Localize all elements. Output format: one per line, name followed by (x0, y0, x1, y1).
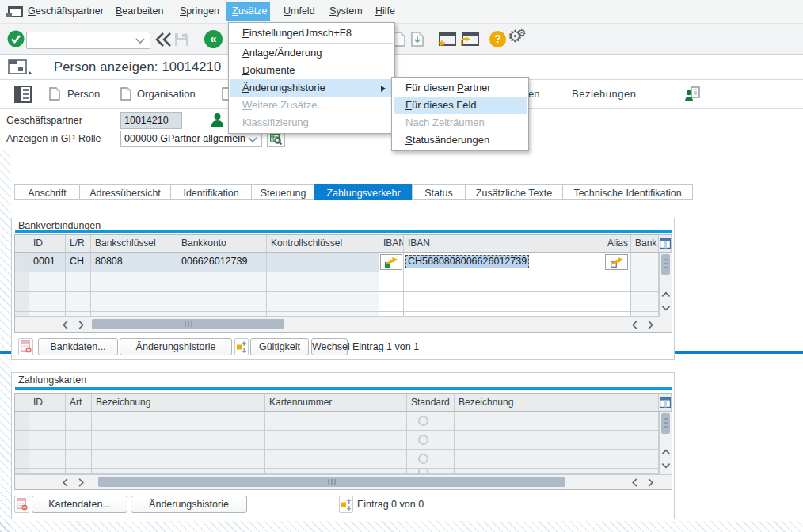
table-cell[interactable] (66, 431, 92, 450)
table-cell[interactable] (66, 450, 92, 469)
row-selector[interactable] (15, 292, 29, 312)
table-cell[interactable]: CH (66, 253, 91, 272)
table-cell[interactable] (631, 253, 659, 272)
column-header[interactable]: L/R (66, 235, 91, 253)
tab-zus-tzliche-texte[interactable]: Zusätzliche Texte (465, 184, 562, 200)
position-button[interactable] (339, 496, 353, 513)
column-header[interactable]: ID (29, 394, 66, 412)
table-cell[interactable] (407, 431, 455, 450)
menu-item-nderungshistorie[interactable]: Änderungshistorie (230, 79, 393, 97)
submenu-item-statusnderungen[interactable]: Statusänderungen (394, 131, 527, 149)
table-cell[interactable] (92, 412, 265, 431)
table-cell[interactable] (265, 450, 407, 469)
menu-system[interactable]: System (329, 0, 363, 23)
table-cell[interactable]: 80808 (91, 253, 177, 272)
table-cell[interactable]: CH5680808006626012739 (404, 253, 603, 272)
table-cell[interactable] (29, 431, 66, 450)
scroll-right-arrow[interactable] (76, 477, 87, 488)
chevron-down-icon[interactable] (135, 38, 145, 44)
table-cell[interactable] (379, 292, 404, 312)
column-header[interactable]: Bankschlüssel (91, 235, 177, 253)
table-cell[interactable] (265, 412, 407, 431)
standard-radio[interactable] (418, 469, 428, 474)
partner-field[interactable]: 10014210 (120, 112, 182, 129)
horizontal-scrollbar-thumb[interactable] (92, 319, 284, 329)
standard-radio[interactable] (418, 416, 428, 426)
table-cell[interactable] (404, 292, 603, 312)
table-cell[interactable] (379, 272, 404, 292)
menu-item-anlagenderung[interactable]: Anlage/Änderung (230, 44, 393, 62)
table-cell[interactable] (177, 272, 267, 292)
table-cell[interactable] (92, 431, 265, 450)
table-cell[interactable] (404, 272, 603, 292)
scroll-left-arrow[interactable] (61, 477, 72, 488)
scroll-left-arrow[interactable] (630, 319, 641, 330)
menu-springen[interactable]: Springen (180, 0, 219, 23)
session-icon[interactable] (6, 6, 24, 18)
table-cell[interactable] (91, 292, 177, 312)
table-cell[interactable] (66, 412, 92, 431)
position-button[interactable] (234, 338, 249, 355)
services-for-object-icon[interactable] (8, 59, 33, 75)
vertical-scrollbar[interactable] (659, 412, 672, 474)
row-selector[interactable] (15, 412, 29, 431)
scroll-right-arrow[interactable] (645, 319, 656, 330)
table-cell[interactable] (29, 412, 66, 431)
table-cell[interactable]: 0001 (29, 253, 66, 272)
standard-radio[interactable] (418, 454, 428, 464)
table-cell[interactable] (455, 469, 659, 474)
command-field[interactable] (26, 32, 150, 49)
delete-row-button[interactable] (18, 338, 33, 355)
download-icon[interactable] (411, 32, 424, 47)
table-cell[interactable] (91, 272, 177, 292)
tab-steuerung[interactable]: Steuerung (251, 184, 314, 200)
column-header[interactable]: IBAN (404, 235, 603, 253)
table-cell[interactable] (631, 292, 659, 312)
row-selector[interactable] (15, 431, 29, 450)
column-header[interactable] (15, 235, 29, 253)
table-settings-icon[interactable] (660, 238, 671, 249)
menu-item-einstellungen[interactable]: EinstellungenUmsch+F8 (230, 25, 393, 42)
table-cell[interactable] (407, 412, 455, 431)
row-selector[interactable] (15, 450, 29, 469)
table-cell[interactable] (603, 253, 631, 272)
table-cell[interactable] (407, 469, 455, 474)
table-cell[interactable] (29, 469, 66, 474)
tab-technische-identifikation[interactable]: Technische Identifikation (562, 184, 693, 200)
table-cell[interactable] (29, 450, 66, 469)
change-button[interactable]: Wechsel (311, 338, 348, 355)
exit-icon[interactable]: « (204, 30, 223, 48)
column-header[interactable]: Bank (631, 235, 659, 253)
table-cell[interactable] (29, 292, 66, 312)
iban-display-button[interactable] (380, 254, 402, 270)
menu-hilfe[interactable]: Hilfe (375, 0, 395, 23)
table-cell[interactable] (29, 272, 66, 292)
back-icon[interactable] (155, 32, 173, 48)
column-header[interactable]: Standard (407, 394, 455, 412)
table-settings-cell[interactable] (659, 394, 672, 412)
organisation-button[interactable]: Organisation (137, 88, 196, 100)
scroll-down-arrow[interactable] (660, 460, 672, 471)
column-header[interactable]: Alias (603, 235, 631, 253)
tab-zahlungsverkehr[interactable]: Zahlungsverkehr (314, 184, 412, 200)
table-cell[interactable] (265, 469, 407, 474)
submenu-item-frdiesesfeld[interactable]: Für dieses Feld (394, 97, 527, 114)
vertical-scrollbar-thumb[interactable] (661, 254, 670, 275)
scroll-up-arrow[interactable] (660, 290, 672, 301)
submenu-item-frdiesenpartner[interactable]: Für diesen Partner (394, 79, 527, 97)
menu-item-dokumente[interactable]: Dokumente (230, 62, 393, 79)
row-selector[interactable] (15, 253, 29, 272)
horizontal-scrollbar[interactable] (15, 474, 672, 489)
menu-bearbeiten[interactable]: Bearbeiten (116, 0, 163, 23)
scroll-right-arrow[interactable] (76, 319, 87, 330)
table-cell[interactable] (66, 469, 92, 474)
table-cell[interactable] (407, 450, 455, 469)
scroll-left-arrow[interactable] (630, 477, 641, 488)
table-cell[interactable] (66, 272, 91, 292)
table-cell[interactable] (177, 292, 267, 312)
change-history-button[interactable]: Änderungshistorie (131, 496, 247, 513)
table-settings-cell[interactable] (659, 235, 672, 253)
table-cell[interactable] (379, 253, 404, 272)
horizontal-scrollbar[interactable] (15, 317, 672, 332)
column-header[interactable]: Bezeichnung (92, 394, 265, 412)
